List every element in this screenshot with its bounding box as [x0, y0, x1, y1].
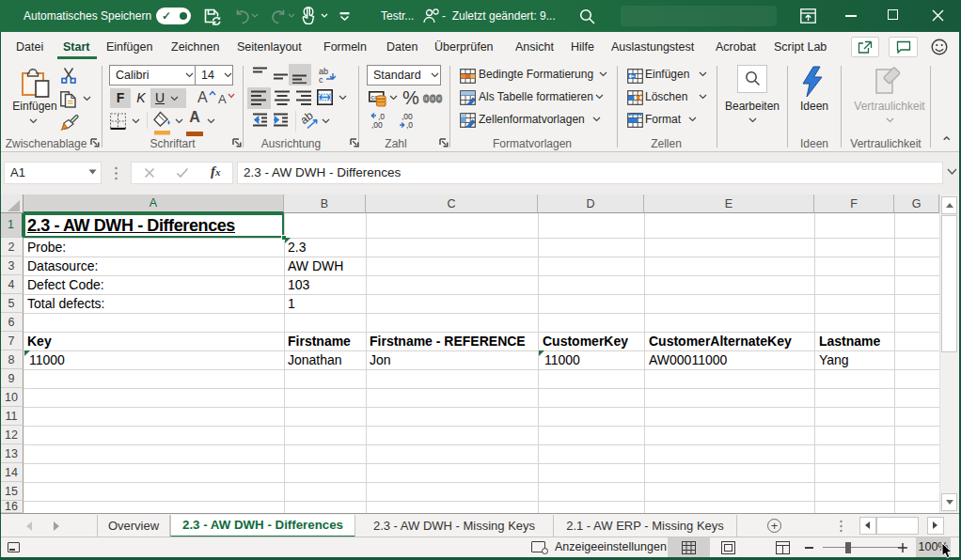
svg-text:,00: ,00 [371, 120, 383, 130]
svg-text:c: c [319, 75, 323, 84]
svg-text:,0: ,0 [406, 120, 413, 130]
svg-text:ab: ab [302, 111, 316, 127]
